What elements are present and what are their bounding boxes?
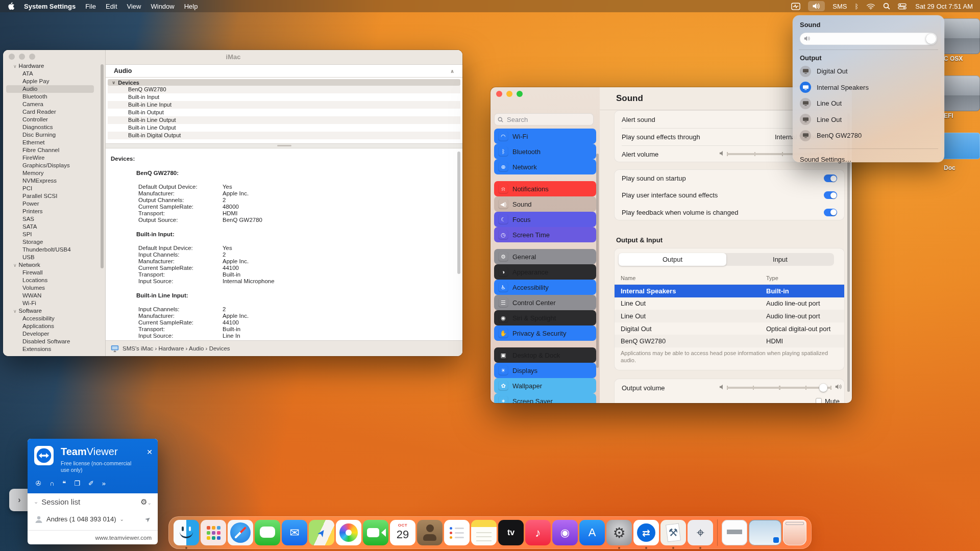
popover-output-digital-out[interactable]: Digital Out: [800, 63, 937, 80]
sidebar-item-bluetooth[interactable]: ᛒ Bluetooth: [494, 144, 596, 159]
popover-output-benq-gw2780[interactable]: BenQ GW2780: [800, 128, 937, 144]
output-row-benq-gw2780[interactable]: BenQ GW2780 HDMI: [615, 335, 844, 347]
zoom-window-button[interactable]: [29, 54, 35, 60]
minimize-window-button[interactable]: [506, 91, 512, 97]
input-source-status[interactable]: SMS: [832, 3, 847, 10]
close-icon[interactable]: ✕: [146, 448, 153, 456]
tree-item[interactable]: ∨Firewall: [6, 269, 94, 277]
segment-output[interactable]: Output: [619, 253, 726, 266]
zoom-window-button[interactable]: [517, 91, 523, 97]
sidebar-item-network[interactable]: ⊕ Network: [494, 159, 596, 174]
device-row[interactable]: Built-in Output: [108, 109, 460, 116]
desktop-folder-doc[interactable]: Doc: [941, 133, 980, 171]
whiteboard-brush-icon[interactable]: ✐: [88, 480, 94, 487]
tree-item[interactable]: ∨Accessibility: [6, 315, 94, 322]
dock-document[interactable]: [722, 520, 747, 545]
sidebar-scrollbar[interactable]: [596, 154, 599, 368]
control-center-icon[interactable]: [898, 3, 906, 10]
dock-separator[interactable]: [717, 519, 718, 546]
tree-item[interactable]: ∨Camera: [6, 101, 94, 108]
desktop-drive-c-osx[interactable]: C OSX: [941, 18, 980, 62]
dock-notes[interactable]: [471, 520, 497, 545]
details-scrollbar[interactable]: [457, 152, 460, 274]
dock-trash[interactable]: [783, 520, 806, 545]
dock-messages[interactable]: [255, 520, 280, 545]
dock-safari[interactable]: [228, 520, 253, 545]
tree-item[interactable]: ∨Developer: [6, 330, 94, 338]
collapse-chevron-icon[interactable]: ∧: [450, 68, 454, 74]
tree-item[interactable]: ∨Printers: [6, 208, 94, 215]
dock-maps[interactable]: ➤: [309, 520, 334, 545]
sidebar-item-notifications[interactable]: ⍾ Notifications: [494, 181, 596, 196]
close-window-button[interactable]: [496, 91, 502, 97]
desktop-drive-efi[interactable]: EFI: [941, 76, 980, 119]
device-row[interactable]: Built-in Line Input: [108, 101, 460, 109]
segment-input[interactable]: Input: [726, 253, 834, 266]
popover-volume-slider[interactable]: [800, 33, 937, 45]
dock-podcasts[interactable]: ◉: [552, 520, 578, 545]
gear-icon[interactable]: ⚙⌄: [140, 497, 152, 507]
video-call-icon[interactable]: ✇: [36, 480, 41, 487]
sidebar-item-accessibility[interactable]: ♿ Accessibility: [494, 280, 596, 295]
sidebar-item-wallpaper[interactable]: ✿ Wallpaper: [494, 378, 596, 393]
sidebar-item-screen-saver[interactable]: ✶ Screen Saver: [494, 393, 596, 403]
apple-menu-icon[interactable]: [7, 2, 14, 11]
tree-item[interactable]: ∨SAS: [6, 215, 94, 223]
sidebar-scrollbar[interactable]: [101, 64, 104, 268]
output-row-internal-speakers[interactable]: Internal Speakers Built-in: [615, 285, 844, 297]
tree-item[interactable]: ∨Volumes: [6, 284, 94, 292]
tree-item[interactable]: ∨FireWire: [6, 154, 94, 162]
breadcrumb[interactable]: SMS's iMac › Hardware › Audio › Devices: [122, 345, 230, 352]
toggle-switch-on[interactable]: [824, 174, 837, 182]
toggle-switch-on[interactable]: [824, 191, 837, 199]
slider-knob[interactable]: [819, 384, 827, 392]
session-list-header[interactable]: ⌄ Session list ⚙⌄: [28, 493, 158, 510]
tree-item[interactable]: ∨Parallel SCSI: [6, 192, 94, 200]
dock-mail[interactable]: ✉: [282, 520, 307, 545]
teamviewer-side-tab[interactable]: ›: [9, 489, 30, 511]
dock-system-settings[interactable]: ⚙: [606, 520, 632, 545]
dock-apple-tv[interactable]: tv: [498, 520, 524, 545]
device-row[interactable]: Built-in Digital Output: [108, 132, 460, 139]
tree-item[interactable]: ∨USB: [6, 254, 94, 261]
dock-music[interactable]: ♪: [525, 520, 551, 545]
sidebar-item-control-center[interactable]: ☰ Control Center: [494, 295, 596, 310]
tree-item[interactable]: ∨Ethernet: [6, 139, 94, 146]
chat-icon[interactable]: ❝: [62, 480, 66, 487]
output-row-line-out-2[interactable]: Line Out Audio line-out port: [615, 310, 844, 322]
tree-item[interactable]: ∨Wi-Fi: [6, 299, 94, 307]
tree-item[interactable]: ∨ATA: [6, 70, 94, 78]
output-volume-slider[interactable]: [727, 383, 831, 393]
copy-files-icon[interactable]: ❐: [74, 480, 80, 487]
connect-cursor-icon[interactable]: ➤: [143, 514, 153, 524]
menu-item[interactable]: Help: [184, 3, 198, 10]
tree-item[interactable]: ∨Audio: [6, 85, 94, 93]
sidebar-item-screen-time[interactable]: ◷ Screen Time: [494, 227, 596, 242]
tree-item[interactable]: ∨Bluetooth: [6, 93, 94, 101]
menu-item[interactable]: Edit: [106, 3, 117, 10]
tree-item[interactable]: ∨Thunderbolt/USB4: [6, 246, 94, 254]
device-row[interactable]: Built-in Line Output: [108, 116, 460, 124]
dock-photos[interactable]: [336, 520, 361, 545]
teamviewer-url[interactable]: www.teamviewer.com: [95, 535, 152, 541]
minimize-window-button[interactable]: [19, 54, 25, 60]
tree-item[interactable]: ∨SATA: [6, 223, 94, 231]
tree-item[interactable]: ∨Diagnostics: [6, 123, 94, 131]
dock-minimized-window[interactable]: [749, 520, 781, 545]
active-app-menu[interactable]: System Settings: [24, 3, 76, 10]
dock-contacts[interactable]: [417, 520, 443, 545]
dock-facetime[interactable]: [363, 520, 388, 545]
more-tools-icon[interactable]: »: [102, 480, 106, 487]
device-row[interactable]: Built-in Input: [108, 93, 460, 101]
output-row-line-out-1[interactable]: Line Out Audio line-out port: [615, 297, 844, 310]
headset-icon[interactable]: ∩: [50, 480, 54, 487]
tree-item[interactable]: ∨PCI: [6, 185, 94, 192]
toggle-switch-on[interactable]: [824, 209, 837, 216]
sidebar-item-displays[interactable]: ☀ Displays: [494, 363, 596, 378]
sysinfo-titlebar[interactable]: iMac: [106, 50, 462, 65]
devices-group-header[interactable]: ∨Devices: [108, 79, 460, 86]
sidebar-item-siri-spotlight[interactable]: ◉ Siri & Spotlight: [494, 310, 596, 325]
dock-app-store[interactable]: A: [579, 520, 605, 545]
slider-knob[interactable]: [926, 34, 936, 44]
tree-item[interactable]: ∨Disabled Software: [6, 338, 94, 345]
